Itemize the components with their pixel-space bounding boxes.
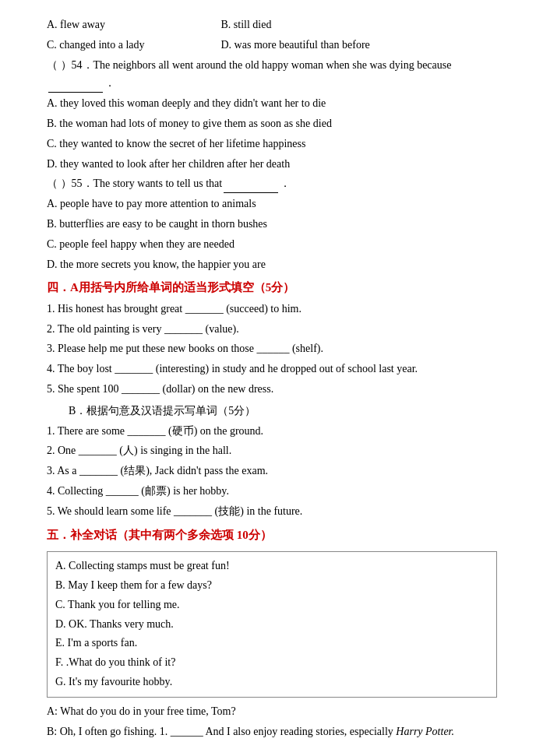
q54-text: （ ）54．The neighbors all went around the … — [47, 59, 451, 71]
q55-opt-b: B. butterflies are easy to be caught in … — [47, 215, 497, 234]
box-line-c: C. Thank you for telling me. — [55, 596, 488, 614]
option-a-flew: A. flew away — [47, 16, 218, 34]
q55-text: （ ）55．The story wants to tell us that — [47, 178, 222, 189]
q54-opt-b: B. the woman had lots of money to give t… — [47, 114, 497, 133]
dialog-line-a: A: What do you do in your free time, Tom… — [47, 702, 497, 721]
q55-blank[interactable] — [224, 192, 278, 193]
q55-opt-a: A. people have to pay more attention to … — [47, 195, 497, 213]
q54-stem: （ ）54．The neighbors all went around the … — [47, 56, 497, 93]
s4-q4: 4. The boy lost _______ (interesting) in… — [47, 360, 497, 378]
option-box: A. Collecting stamps must be great fun! … — [47, 551, 497, 698]
s4b-q3: 3. As a _______ (结果), Jack didn't pass t… — [47, 462, 497, 480]
dialog-line-b: B: Oh, I often go fishing. 1. ______ And… — [47, 723, 497, 741]
q55-opt-c: C. people feel happy when they are neede… — [47, 235, 497, 254]
section4b-header: B．根据句意及汉语提示写单词（5分） — [47, 402, 497, 420]
box-line-e: E. I'm a sports fan. — [55, 634, 488, 652]
s4-q5: 5. She spent 100 _______ (dollar) on the… — [47, 380, 497, 399]
s4b-q5: 5. We should learn some life _______ (技能… — [47, 502, 497, 521]
box-line-a: A. Collecting stamps must be great fun! — [55, 557, 488, 575]
option-row-flew: A. flew away B. still died — [47, 16, 497, 34]
dialog-b-italic: Harry Potter. — [396, 726, 454, 737]
section4-header: 四．A用括号内所给单词的适当形式填空（5分） — [47, 278, 497, 298]
s4-q3: 3. Please help me put these new books on… — [47, 339, 497, 358]
box-line-f: F. .What do you think of it? — [55, 653, 488, 672]
q54-opt-d: D. they wanted to look after her childre… — [47, 155, 497, 174]
content-wrapper: A. flew away B. still died C. changed in… — [47, 16, 497, 740]
box-line-d: D. OK. Thanks very much. — [55, 615, 488, 634]
s4b-q4: 4. Collecting ______ (邮票) is her hobby. — [47, 482, 497, 501]
q54-blank[interactable] — [48, 92, 103, 93]
q55-stem: （ ）55．The story wants to tell us that． — [47, 174, 497, 193]
section5-header: 五．补全对话（其中有两个多余选项 10分） — [47, 526, 497, 546]
q54-opt-c: C. they wanted to know the secret of her… — [47, 135, 497, 153]
s4-q2: 2. The old painting is very _______ (val… — [47, 320, 497, 339]
q55-opt-d: D. the more secrets you know, the happie… — [47, 255, 497, 274]
q54-opt-a: A. they loved this woman deeply and they… — [47, 94, 497, 113]
option-d-beautiful: D. was more beautiful than before — [221, 39, 370, 51]
s4-q1: 1. His honest has brought great _______ … — [47, 300, 497, 318]
s4b-q1: 1. There are some _______ (硬币) on the gr… — [47, 422, 497, 441]
option-c-changed: C. changed into a lady — [47, 36, 218, 55]
s4b-q2: 2. One _______ (人) is singing in the hal… — [47, 441, 497, 460]
box-line-b: B. May I keep them for a few days? — [55, 576, 488, 595]
dialog-b-prefix: B: Oh, I often go fishing. 1. ______ And… — [47, 726, 393, 737]
option-row-changed: C. changed into a lady D. was more beaut… — [47, 36, 497, 55]
option-b-still: B. still died — [221, 19, 272, 30]
box-line-g: G. It's my favourite hobby. — [55, 673, 488, 691]
